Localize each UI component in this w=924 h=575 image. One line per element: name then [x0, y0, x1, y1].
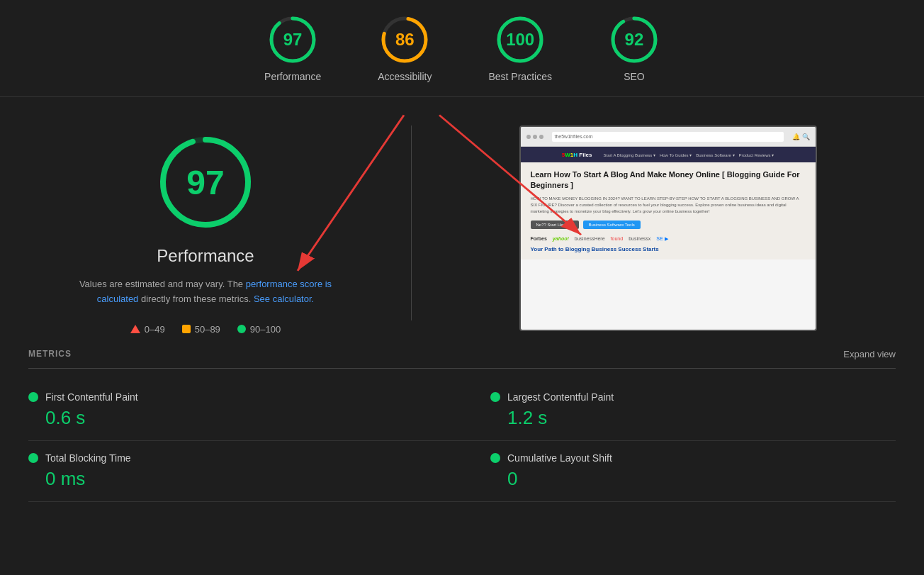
logo-yahoo: yahoo! [553, 236, 569, 241]
screenshot-site-title: 5W1H Files [562, 152, 592, 158]
legend-red: 0–49 [130, 324, 165, 335]
performance-score-label: Performance [264, 71, 321, 82]
cls-name: Cumulative Layout Shift [507, 452, 612, 464]
best-practices-score-value: 100 [506, 30, 534, 50]
bell-icon: 🔔 [792, 133, 800, 140]
nav-item-1: Start A Blogging Business ▾ [604, 152, 655, 157]
browser-icon-1 [526, 135, 531, 139]
accessibility-score-value: 86 [395, 30, 415, 50]
screenshot-footer-cta: Your Path to Blogging Business Success S… [531, 246, 806, 252]
performance-score-item[interactable]: 97 Performance [264, 14, 321, 82]
metrics-header: METRICS Expand view [28, 349, 896, 359]
screenshot-main-content: Learn How To Start A Blog And Make Money… [521, 162, 816, 259]
metric-lcp: Largest Contentful Paint 1.2 s [462, 380, 896, 441]
metrics-grid: First Contentful Paint 0.6 s Largest Con… [28, 380, 896, 502]
screenshot-logos: Forbes yahoo! businessHere found busines… [531, 236, 806, 242]
tbt-name: Total Blocking Time [45, 452, 131, 464]
big-performance-circle: 97 [156, 133, 255, 232]
description-text: Values are estimated and may vary. The p… [71, 277, 340, 307]
accessibility-circle: 86 [379, 14, 430, 65]
lcp-value: 1.2 s [507, 407, 896, 429]
browser-actions: 🔔 🔍 [792, 133, 810, 140]
search-icon-browser: 🔍 [802, 133, 810, 140]
calculator-link[interactable]: See calculator. [254, 294, 314, 304]
fcp-name: First Contentful Paint [45, 391, 138, 403]
logo-se: SE ▶ [656, 236, 667, 242]
accessibility-score-item[interactable]: 86 Accessibility [378, 14, 432, 82]
screenshot-cta-buttons: No?? Start Here >> Business Software Too… [531, 220, 806, 229]
calculator-link-text: See calculator. [254, 294, 314, 304]
nav-item-2: How To Guides ▾ [660, 152, 692, 157]
orange-square-icon [182, 325, 191, 333]
logo-forbes: Forbes [531, 236, 547, 241]
cls-name-row: Cumulative Layout Shift [490, 452, 896, 464]
seo-circle: 92 [609, 14, 660, 65]
screenshot-btn-start: No?? Start Here >> [531, 220, 579, 229]
nav-item-3: Business Software ▾ [696, 152, 734, 157]
best-practices-score-label: Best Practices [488, 71, 551, 82]
screenshot-browser-bar: the5w1hfiles.com 🔔 🔍 [521, 127, 816, 147]
website-screenshot: the5w1hfiles.com 🔔 🔍 5W1H Files Start [519, 125, 817, 331]
expand-view-button[interactable]: Expand view [843, 349, 896, 359]
seo-score-value: 92 [625, 30, 644, 50]
vertical-divider [411, 125, 412, 320]
main-content-wrapper: 97 Performance Values are estimated and … [0, 97, 924, 349]
tbt-value: 0 ms [45, 468, 434, 490]
right-panel: the5w1hfiles.com 🔔 🔍 5W1H Files Start [440, 111, 896, 335]
red-triangle-icon [130, 325, 140, 333]
best-practices-circle: 100 [495, 14, 546, 65]
big-score-label: Performance [157, 246, 254, 266]
tbt-name-row: Total Blocking Time [28, 452, 434, 464]
metrics-section: METRICS Expand view First Contentful Pai… [0, 349, 924, 523]
cls-value: 0 [507, 468, 896, 490]
legend-orange: 50–89 [182, 324, 220, 335]
desc-text-middle: directly from these metrics. [141, 294, 254, 304]
scores-section: 97 Performance 86 Accessibility 100 Best… [0, 0, 924, 96]
main-content: 97 Performance Values are estimated and … [0, 97, 924, 349]
green-range: 90–100 [250, 324, 281, 335]
legend-green: 90–100 [237, 324, 281, 335]
metric-tbt: Total Blocking Time 0 ms [28, 441, 462, 502]
cls-dot [490, 453, 500, 463]
metric-fcp: First Contentful Paint 0.6 s [28, 380, 462, 441]
logo-found: found [611, 236, 624, 241]
best-practices-score-item[interactable]: 100 Best Practices [488, 14, 551, 82]
metric-cls: Cumulative Layout Shift 0 [462, 441, 896, 502]
performance-score-value: 97 [283, 30, 303, 50]
green-dot-icon [237, 325, 246, 333]
logo-biz: businessHere [575, 236, 605, 241]
browser-icon-2 [533, 135, 537, 139]
fcp-value: 0.6 s [45, 407, 434, 429]
performance-circle: 97 [267, 14, 318, 65]
nav-item-4: Product Reviews ▾ [739, 152, 774, 157]
red-range: 0–49 [145, 324, 165, 335]
browser-url-bar: the5w1hfiles.com [552, 132, 784, 142]
seo-score-label: SEO [624, 71, 645, 82]
screenshot-nav: 5W1H Files Start A Blogging Business ▾ H… [521, 147, 816, 162]
fcp-name-row: First Contentful Paint [28, 391, 434, 403]
metrics-title: METRICS [28, 349, 72, 359]
screenshot-btn-software: Business Software Tools [583, 220, 641, 229]
big-score-value: 97 [186, 163, 224, 202]
desc-text-before: Values are estimated and may vary. The [79, 279, 243, 289]
accessibility-score-label: Accessibility [378, 71, 432, 82]
left-panel: 97 Performance Values are estimated and … [28, 111, 383, 335]
tbt-dot [28, 453, 38, 463]
screenshot-body-text: HOW TO MAKE MONEY BLOGGING IN 2024? WANT… [531, 196, 806, 215]
metrics-divider [28, 368, 896, 369]
seo-score-item[interactable]: 92 SEO [609, 14, 660, 82]
score-legend: 0–49 50–89 90–100 [130, 324, 281, 335]
fcp-dot [28, 392, 38, 402]
lcp-name: Largest Contentful Paint [507, 391, 614, 403]
browser-icon-3 [539, 135, 543, 139]
lcp-dot [490, 392, 500, 402]
orange-range: 50–89 [195, 324, 220, 335]
screenshot-hero-title: Learn How To Start A Blog And Make Money… [531, 169, 806, 191]
logo-businessx: businessx [629, 236, 650, 241]
lcp-name-row: Largest Contentful Paint [490, 391, 896, 403]
